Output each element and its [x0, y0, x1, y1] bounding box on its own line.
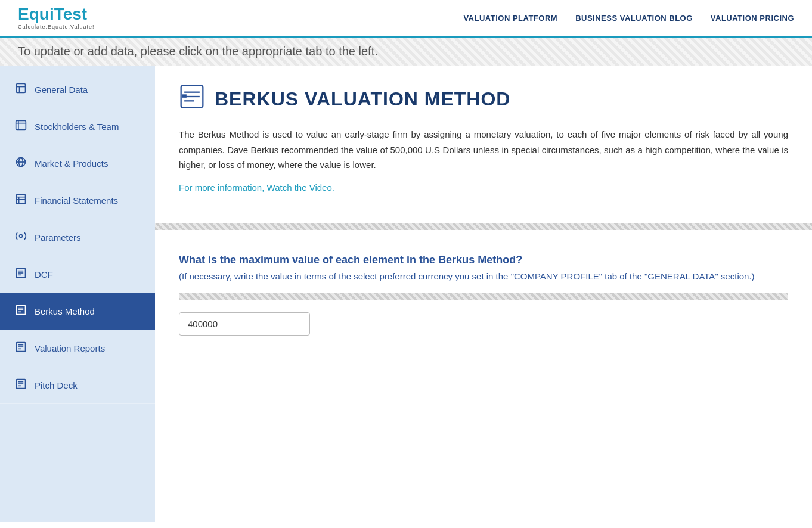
question-title: What is the maximum value of each elemen… — [179, 254, 788, 266]
logo-brand1: Equi — [18, 5, 54, 23]
logo: EquiTest Calculate.Equate.Valuate! — [18, 6, 94, 30]
sidebar-label-dcf: DCF — [35, 269, 53, 279]
berkus-content: BERKUS VALUATION METHOD The Berkus Metho… — [155, 66, 812, 211]
method-title: BERKUS VALUATION METHOD — [215, 88, 510, 110]
sidebar-item-general-data[interactable]: General Data — [0, 72, 155, 108]
video-link[interactable]: For more information, Watch the Video. — [179, 182, 334, 192]
header: EquiTest Calculate.Equate.Valuate! VALUA… — [0, 0, 812, 38]
nav-valuation-pricing[interactable]: VALUATION PRICING — [711, 14, 794, 23]
main-content: BERKUS VALUATION METHOD The Berkus Metho… — [155, 66, 812, 522]
max-value-input[interactable] — [179, 312, 310, 336]
sidebar-label-stockholders: Stockholders & Team — [35, 122, 119, 132]
sidebar-label-financial-statements: Financial Statements — [35, 195, 118, 206]
divider-1 — [155, 223, 812, 230]
sidebar: General Data Stockholders & Team Market … — [0, 66, 155, 522]
general-data-icon — [14, 82, 27, 97]
method-icon — [179, 83, 205, 115]
main-nav: VALUATION PLATFORM BUSINESS VALUATION BL… — [463, 14, 794, 23]
valuation-reports-icon — [14, 341, 27, 356]
page-layout: General Data Stockholders & Team Market … — [0, 66, 812, 522]
logo-tagline: Calculate.Equate.Valuate! — [18, 24, 94, 30]
market-icon — [14, 156, 27, 171]
sidebar-item-stockholders[interactable]: Stockholders & Team — [0, 108, 155, 145]
logo-brand2: Test — [54, 5, 88, 23]
pitch-deck-icon — [14, 378, 27, 393]
nav-business-blog[interactable]: BUSINESS VALUATION BLOG — [575, 14, 693, 23]
notice-text: To update or add data, please click on t… — [18, 45, 378, 58]
stockholders-icon — [14, 119, 27, 134]
svg-rect-0 — [17, 84, 26, 93]
financial-icon — [14, 193, 27, 208]
dcf-icon — [14, 267, 27, 282]
sidebar-label-pitch-deck: Pitch Deck — [35, 380, 78, 390]
sidebar-label-market-products: Market & Products — [35, 159, 108, 169]
svg-rect-3 — [16, 121, 26, 130]
method-title-row: BERKUS VALUATION METHOD — [179, 83, 788, 115]
question-section: What is the maximum value of each elemen… — [155, 242, 812, 347]
svg-point-13 — [20, 235, 23, 238]
sidebar-item-berkus-method[interactable]: Berkus Method — [0, 293, 155, 330]
sidebar-label-valuation-reports: Valuation Reports — [35, 343, 105, 353]
sidebar-label-berkus-method: Berkus Method — [35, 306, 95, 316]
sidebar-item-market-products[interactable]: Market & Products — [0, 145, 155, 182]
sidebar-item-pitch-deck[interactable]: Pitch Deck — [0, 367, 155, 404]
question-subtitle: (If necessary, write the value in terms … — [179, 271, 788, 281]
sidebar-item-valuation-reports[interactable]: Valuation Reports — [0, 330, 155, 367]
sidebar-label-general-data: General Data — [35, 85, 88, 95]
divider-2 — [179, 293, 788, 300]
sidebar-item-financial-statements[interactable]: Financial Statements — [0, 182, 155, 219]
nav-valuation-platform[interactable]: VALUATION PLATFORM — [463, 14, 557, 23]
berkus-icon — [14, 304, 27, 319]
method-description: The Berkus Method is used to value an ea… — [179, 127, 788, 173]
parameters-icon — [14, 230, 27, 245]
svg-rect-34 — [182, 94, 187, 98]
sidebar-item-dcf[interactable]: DCF — [0, 256, 155, 293]
notice-bar: To update or add data, please click on t… — [0, 38, 812, 66]
sidebar-label-parameters: Parameters — [35, 232, 81, 243]
sidebar-item-parameters[interactable]: Parameters — [0, 219, 155, 256]
